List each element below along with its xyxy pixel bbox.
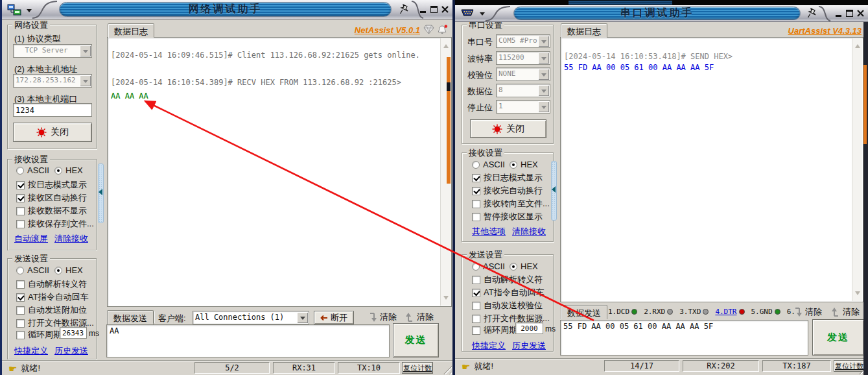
- tab-data-log[interactable]: 数据日志: [108, 23, 154, 38]
- gem-icon[interactable]: [423, 25, 435, 36]
- tab-data-send[interactable]: 数据发送: [107, 310, 154, 324]
- clear-receive-button[interactable]: 清除: [793, 306, 822, 318]
- send-option-escape[interactable]: 自动解析转义符: [472, 274, 543, 285]
- other-options-link[interactable]: 其他选项: [472, 226, 506, 237]
- dropdown-arrow-icon[interactable]: [538, 69, 549, 80]
- minimize-button[interactable]: [418, 5, 428, 14]
- serial-port-select[interactable]: COM5 #Pro: [496, 34, 550, 48]
- panel-collapse-handle[interactable]: [98, 163, 104, 223]
- data-log-view[interactable]: [2024-05-14 16:10:53.418]# SEND HEX> 55 …: [560, 37, 863, 302]
- protocol-type-select[interactable]: TCP Server: [13, 44, 92, 58]
- stop-bits-select[interactable]: 1: [496, 100, 550, 114]
- send-option-append-bits[interactable]: 自动发送附加位: [16, 304, 87, 316]
- shortcut-define-link[interactable]: 快捷定义: [14, 345, 48, 357]
- serial-settings-group: 串口设置 串口号 COM5 #Pro 波特率 115200 校验位 NONE 数…: [462, 25, 554, 144]
- send-hex-radio[interactable]: HEX: [54, 265, 83, 275]
- send-option-cycle[interactable]: 循环周期: [16, 329, 62, 341]
- clear-send-button[interactable]: 清除: [405, 311, 434, 323]
- dropdown-arrow-icon[interactable]: [538, 85, 549, 96]
- client-connection-select[interactable]: All Connections (1): [193, 311, 309, 324]
- pin-icon[interactable]: [399, 4, 410, 15]
- tab-data-log[interactable]: 数据日志: [561, 23, 607, 38]
- recv-option-save-to-file[interactable]: 接收保存到文件...: [16, 218, 94, 230]
- clear-receive-link[interactable]: 清除接收: [512, 226, 546, 237]
- recv-ascii-radio[interactable]: ASCII: [16, 165, 49, 175]
- notification-bell-icon[interactable]: [437, 24, 449, 35]
- send-data-input[interactable]: AA: [106, 324, 390, 357]
- clear-receive-button[interactable]: 清除: [368, 311, 397, 323]
- close-port-button[interactable]: 关闭: [470, 119, 546, 138]
- close-connection-button[interactable]: 关闭: [13, 123, 92, 142]
- send-ascii-radio[interactable]: ASCII: [16, 265, 49, 275]
- send-ascii-radio[interactable]: ASCII: [472, 261, 505, 271]
- protocol-type-label: (1) 协议类型: [14, 33, 61, 45]
- send-option-at-cr[interactable]: AT指令自动回车: [472, 287, 545, 298]
- titlebar[interactable]: 网络调试助手: [2, 0, 452, 19]
- recv-hex-radio[interactable]: HEX: [54, 165, 83, 175]
- close-window-button[interactable]: [440, 5, 450, 14]
- uartassist-version-link[interactable]: UartAssist V4.3.13: [788, 26, 862, 36]
- log-line: [2024-05-14 16:10:53.418]# SEND HEX>: [564, 51, 850, 62]
- recv-option-log-mode[interactable]: 按日志模式显示: [16, 179, 87, 191]
- recv-option-wordwrap[interactable]: 接收区自动换行: [16, 192, 87, 204]
- host-port-input[interactable]: [13, 103, 92, 117]
- dropdown-arrow-icon[interactable]: [538, 53, 549, 64]
- dropdown-arrow-icon[interactable]: [297, 312, 308, 323]
- send-option-at-cr[interactable]: AT指令自动回车: [16, 291, 89, 303]
- log-scrollbar[interactable]: [852, 38, 862, 301]
- maximize-button[interactable]: [429, 5, 439, 14]
- clear-send-button[interactable]: 清除: [831, 306, 860, 318]
- shortcut-define-link[interactable]: 快捷定义: [472, 340, 506, 352]
- recv-option-wordwrap[interactable]: 接收完自动换行: [472, 185, 543, 197]
- recv-option-pause-display[interactable]: 暂停接收区显示: [472, 211, 543, 223]
- app-network-icon[interactable]: [7, 3, 21, 16]
- sysmenu-caret-icon[interactable]: [27, 9, 32, 15]
- dropdown-arrow-icon[interactable]: [538, 101, 549, 112]
- send-hex-radio[interactable]: HEX: [510, 261, 538, 271]
- maximize-button[interactable]: [845, 8, 854, 18]
- recv-option-hide-data[interactable]: 接收数据不显示: [16, 205, 87, 217]
- send-option-checksum[interactable]: 自动发送校验位: [472, 300, 543, 311]
- scroll-up-icon[interactable]: [443, 42, 449, 48]
- parity-select[interactable]: NONE: [496, 67, 550, 81]
- reset-counter-button[interactable]: 复位计数: [402, 362, 433, 374]
- send-option-escape[interactable]: 自动解析转义符: [16, 278, 87, 290]
- history-send-link[interactable]: 历史发送: [54, 345, 88, 357]
- auto-scroll-link[interactable]: 自动滚屏: [14, 233, 48, 245]
- host-address-select[interactable]: 172.28.253.162: [13, 74, 92, 88]
- dropdown-arrow-icon[interactable]: [538, 36, 549, 47]
- recv-option-redirect-file[interactable]: 接收转向至文件...: [472, 198, 550, 210]
- send-data-input[interactable]: 55 FD AA 00 05 61 00 AA AA AA 5F: [560, 320, 808, 356]
- data-log-view[interactable]: [2024-05-14 16:09:46.515]# Client 113.12…: [107, 37, 452, 307]
- sysmenu-caret-icon[interactable]: [480, 12, 485, 18]
- netassist-version-link[interactable]: NetAssist V5.0.1: [355, 25, 420, 35]
- history-send-link[interactable]: 历史发送: [512, 340, 546, 352]
- recv-hex-radio[interactable]: HEX: [510, 160, 538, 169]
- cycle-period-input[interactable]: [60, 327, 87, 339]
- dtr-toggle-link[interactable]: 4.DTR: [715, 308, 736, 316]
- resize-grip[interactable]: [443, 366, 452, 374]
- baud-rate-select[interactable]: 115200: [496, 51, 550, 65]
- reset-counter-button[interactable]: 复位计数: [834, 360, 865, 372]
- titlebar[interactable]: 串口调试助手: [455, 5, 868, 22]
- recv-option-log-mode[interactable]: 按日志模式显示: [472, 172, 543, 184]
- cycle-period-input[interactable]: [515, 322, 543, 334]
- send-button[interactable]: 发送: [393, 323, 439, 357]
- tab-data-send[interactable]: 数据发送: [561, 305, 607, 319]
- clear-receive-link[interactable]: 清除接收: [54, 233, 88, 245]
- scroll-down-icon[interactable]: [855, 291, 860, 298]
- scroll-up-icon[interactable]: [855, 42, 860, 48]
- pin-icon[interactable]: [807, 8, 817, 19]
- send-button[interactable]: 发送: [812, 319, 864, 356]
- send-option-cycle[interactable]: 循环周期: [472, 324, 517, 336]
- recv-ascii-radio[interactable]: ASCII: [472, 160, 505, 169]
- dropdown-arrow-icon[interactable]: [80, 45, 91, 56]
- panel-collapse-handle[interactable]: [551, 161, 557, 221]
- scroll-down-icon[interactable]: [443, 296, 449, 302]
- minimize-button[interactable]: [834, 8, 843, 18]
- disconnect-button[interactable]: 断开: [314, 311, 354, 324]
- dropdown-arrow-icon[interactable]: [80, 75, 91, 86]
- app-serial-icon[interactable]: [460, 7, 475, 20]
- close-window-button[interactable]: [856, 8, 865, 18]
- data-bits-select[interactable]: 8: [496, 84, 550, 97]
